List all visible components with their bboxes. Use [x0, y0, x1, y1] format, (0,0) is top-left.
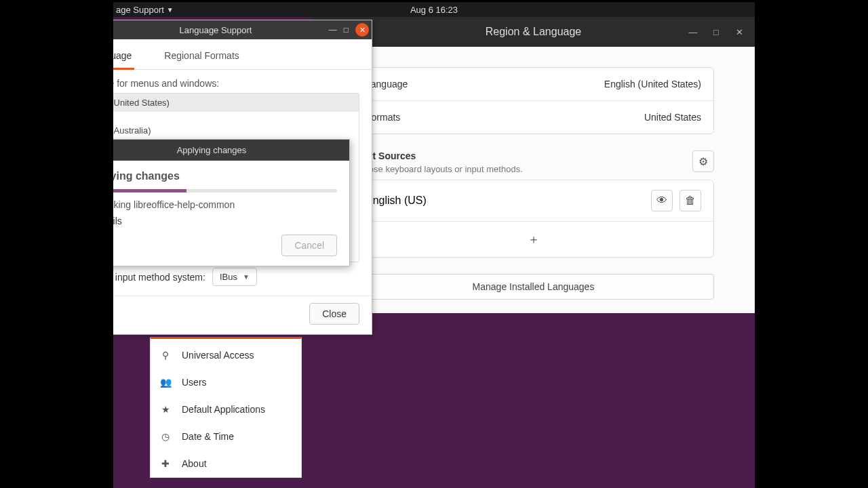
sidebar-item-date-time[interactable]: ◷ Date & Time: [151, 423, 301, 450]
sidebar-item-users[interactable]: 👥 Users: [151, 369, 301, 396]
settings-sidebar: ⚲ Universal Access 👥 Users ★ Default App…: [150, 337, 302, 478]
minimize-button[interactable]: —: [329, 25, 337, 35]
universal-access-icon: ⚲: [160, 350, 171, 361]
input-sources-subtext: Choose keyboard layouts or input methods…: [353, 164, 523, 174]
maximize-button[interactable]: □: [344, 25, 349, 35]
language-list-item[interactable]: English (Australia): [73, 121, 359, 140]
region-language-window: Region & Language — □ ✕ Language English…: [312, 17, 755, 313]
sidebar-item-about[interactable]: ✚ About: [151, 450, 301, 477]
applying-changes-heading: Applying changes: [86, 170, 337, 182]
plus-icon: ＋: [528, 231, 540, 247]
applying-changes-dialog: Applying changes Applying changes Unpack…: [73, 139, 350, 266]
maximize-button[interactable]: □: [705, 22, 728, 42]
manage-languages-button[interactable]: Manage Installed Languages: [353, 274, 714, 300]
sidebar-item-label: About: [182, 458, 207, 469]
top-panel-app-label: age Support: [116, 5, 164, 15]
letterbox-right: [755, 0, 868, 488]
close-button[interactable]: ✕: [355, 23, 369, 37]
minimize-button[interactable]: —: [682, 22, 705, 42]
formats-row[interactable]: Formats United States: [353, 100, 713, 134]
top-panel-app-menu[interactable]: age Support ▼: [113, 5, 174, 15]
region-window-titlebar[interactable]: Region & Language — □ ✕: [312, 17, 755, 47]
gear-icon: ⚙: [698, 155, 708, 168]
input-source-item[interactable]: English (US) 👁 🗑: [353, 180, 713, 222]
input-sources-settings-button[interactable]: ⚙: [692, 150, 714, 172]
close-button[interactable]: ✕: [728, 22, 751, 42]
region-window-title: Region & Language: [486, 26, 581, 38]
chevron-down-icon: ▼: [167, 6, 174, 14]
input-sources-heading-row: Input Sources Choose keyboard layouts or…: [353, 150, 714, 174]
input-sources-list: English (US) 👁 🗑 ＋: [353, 180, 714, 258]
sidebar-item-label: Date & Time: [182, 431, 234, 442]
close-button[interactable]: Close: [309, 303, 359, 325]
remove-layout-button[interactable]: 🗑: [679, 190, 701, 211]
applying-changes-titlebar[interactable]: Applying changes: [74, 140, 349, 161]
progress-bar: [86, 189, 337, 192]
sidebar-item-label: Universal Access: [182, 350, 254, 361]
star-icon: ★: [160, 404, 171, 415]
view-layout-button[interactable]: 👁: [651, 190, 673, 211]
top-panel: age Support ▼ Aug 6 16:23: [113, 2, 755, 17]
users-icon: 👥: [160, 377, 171, 388]
trash-icon: 🗑: [685, 195, 696, 207]
progress-status-text: Unpacking libreoffice-help-common: [86, 199, 337, 210]
formats-row-value: United States: [644, 112, 701, 123]
eye-icon: 👁: [656, 195, 667, 207]
input-method-value: IBus: [220, 272, 237, 282]
language-list-heading: Language for menus and windows:: [72, 78, 359, 89]
plus-icon: ✚: [160, 458, 171, 469]
tab-regional-formats[interactable]: Regional Formats: [161, 46, 242, 69]
sidebar-item-label: Default Applications: [182, 404, 265, 415]
letterbox-left: [0, 0, 113, 488]
top-panel-clock[interactable]: Aug 6 16:23: [410, 5, 458, 15]
chevron-down-icon: ▼: [243, 273, 250, 281]
language-row[interactable]: Language English (United States): [353, 68, 713, 100]
language-support-title: Language Support: [180, 25, 252, 35]
sidebar-item-label: Users: [182, 377, 207, 388]
input-method-select[interactable]: IBus ▼: [212, 268, 257, 286]
input-sources-heading: Input Sources: [353, 150, 523, 161]
cancel-button[interactable]: Cancel: [281, 235, 337, 256]
input-source-label: English (US): [366, 195, 427, 207]
details-expander[interactable]: ▸ Details: [86, 216, 337, 226]
language-list-item[interactable]: English (United States): [73, 94, 359, 112]
clock-icon: ◷: [160, 431, 171, 442]
sidebar-item-universal-access[interactable]: ⚲ Universal Access: [151, 342, 301, 369]
add-input-source-button[interactable]: ＋: [353, 222, 713, 257]
sidebar-item-default-apps[interactable]: ★ Default Applications: [151, 396, 301, 423]
language-formats-panel: Language English (United States) Formats…: [353, 67, 714, 134]
language-row-value: English (United States): [604, 79, 701, 89]
